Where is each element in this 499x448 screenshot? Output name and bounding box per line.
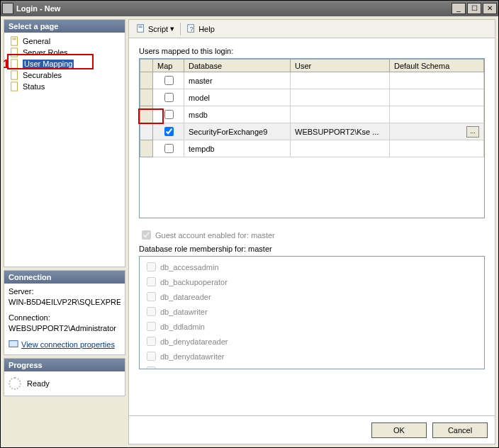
page-icon <box>10 82 20 91</box>
page-icon <box>10 36 20 46</box>
cell-user: WEBSUPPORT2\Kse ... <box>291 123 390 140</box>
table-row[interactable]: model <box>140 89 484 106</box>
roles-list[interactable]: db_accessadmin db_backupoperator db_data… <box>139 256 485 369</box>
role-checkbox <box>147 277 156 286</box>
roles-label: Database role membership for: master <box>139 245 485 253</box>
nav-label: General <box>23 37 50 45</box>
page-icon <box>10 47 20 57</box>
role-item[interactable]: db_ddladmin <box>144 319 480 334</box>
nav-label: Securables <box>23 71 62 79</box>
col-map[interactable]: Map <box>153 60 184 72</box>
col-user[interactable]: User <box>291 60 390 72</box>
role-item[interactable]: db_datawriter <box>144 304 480 319</box>
cell-schema <box>390 140 484 157</box>
svg-rect-9 <box>139 26 142 26</box>
role-item[interactable]: db_denydatareader <box>144 334 480 349</box>
map-checkbox[interactable] <box>164 93 174 102</box>
table-row[interactable]: master <box>140 72 484 89</box>
select-page-header: Select a page <box>4 20 125 33</box>
ok-button[interactable]: OK <box>371 422 427 438</box>
svg-rect-7 <box>9 340 18 347</box>
cancel-button[interactable]: Cancel <box>432 422 488 438</box>
nav-server-roles[interactable]: Server Roles <box>9 47 120 58</box>
cell-user <box>291 106 390 123</box>
cell-schema <box>390 106 484 123</box>
map-checkbox[interactable] <box>164 76 174 85</box>
table-row[interactable]: msdb <box>140 106 484 123</box>
nav-user-mapping[interactable]: User Mapping <box>9 58 120 69</box>
schema-browse-button[interactable]: ... <box>466 126 479 138</box>
close-button[interactable]: ✕ <box>483 3 497 14</box>
cell-schema: ... <box>390 123 484 140</box>
map-checkbox[interactable] <box>164 127 174 136</box>
connection-label: Connection: <box>9 313 120 323</box>
server-label: Server: <box>9 286 120 297</box>
guest-account-checkbox <box>142 230 151 240</box>
dropdown-arrow-icon: ▾ <box>170 24 174 33</box>
col-database[interactable]: Database <box>184 60 291 72</box>
nav-securables[interactable]: Securables <box>9 69 120 81</box>
nav-status[interactable]: Status <box>9 81 120 92</box>
titlebar: Login - New _ ☐ ✕ <box>1 1 498 16</box>
properties-icon <box>9 339 18 352</box>
user-mapping-grid[interactable]: Map Database User Default Schema master <box>139 58 485 218</box>
table-row[interactable]: tempdb <box>140 140 484 157</box>
nav-label: Status <box>23 82 45 91</box>
col-schema[interactable]: Default Schema <box>390 60 484 72</box>
role-name: db_datawriter <box>160 308 208 316</box>
map-checkbox[interactable] <box>164 144 174 153</box>
server-value: WIN-B5D4EILVP2R\SQLEXPRESS <box>9 297 120 308</box>
role-name: db_ddladmin <box>160 323 205 331</box>
role-checkbox <box>147 292 156 301</box>
svg-rect-5 <box>11 71 18 79</box>
role-checkbox <box>147 322 156 331</box>
table-row[interactable]: SecurityForExchange9 WEBSUPPORT2\Kse ...… <box>140 123 484 140</box>
role-name: db_denydatawriter <box>160 352 225 361</box>
cell-schema <box>390 89 484 106</box>
map-checkbox[interactable] <box>164 110 174 119</box>
cell-user <box>291 89 390 106</box>
dialog-footer: OK Cancel <box>129 415 495 444</box>
view-connection-properties-link[interactable]: View connection properties <box>9 339 115 352</box>
link-text: View connection properties <box>21 340 115 350</box>
toolbar-separator <box>180 23 181 35</box>
minimize-button[interactable]: _ <box>452 3 466 14</box>
svg-rect-1 <box>13 38 16 39</box>
cell-database: master <box>184 72 291 89</box>
script-button[interactable]: Script ▾ <box>133 22 177 36</box>
cell-schema <box>390 72 484 89</box>
svg-rect-6 <box>11 82 18 91</box>
role-checkbox <box>147 352 156 361</box>
connection-header: Connection <box>4 271 125 284</box>
role-item[interactable]: db_accessadmin <box>144 259 480 274</box>
toolbar: Script ▾ ? Help <box>129 20 495 38</box>
role-name: db_owner <box>160 367 194 370</box>
role-name: db_denydatareader <box>160 337 228 346</box>
page-icon <box>10 59 20 69</box>
role-item[interactable]: db_denydatawriter <box>144 349 480 364</box>
role-checkbox <box>147 307 156 316</box>
cell-database: tempdb <box>184 140 291 157</box>
svg-text:?: ? <box>190 24 194 32</box>
login-new-window: Login - New _ ☐ ✕ Select a page 1 Genera… <box>0 0 499 448</box>
nav-label: User Mapping <box>23 60 74 68</box>
maximize-button[interactable]: ☐ <box>467 3 481 14</box>
role-name: db_accessadmin <box>160 263 219 271</box>
nav-general[interactable]: General <box>9 35 120 47</box>
help-button[interactable]: ? Help <box>184 22 218 36</box>
guest-account-label: Guest account enabled for: master <box>155 231 275 240</box>
cell-database: SecurityForExchange9 <box>184 123 291 140</box>
role-checkbox <box>147 337 156 346</box>
progress-status: Ready <box>27 379 50 388</box>
role-checkbox <box>147 366 156 369</box>
role-name: db_datareader <box>160 293 211 301</box>
role-item[interactable]: db_datareader <box>144 289 480 304</box>
help-icon: ? <box>186 23 196 35</box>
role-checkbox <box>147 262 156 271</box>
left-panel: Select a page 1 General Server Roles Use <box>4 19 125 444</box>
svg-rect-2 <box>13 39 16 40</box>
guest-account-row: Guest account enabled for: master <box>139 228 485 242</box>
role-item[interactable]: db_backupoperator <box>144 274 480 289</box>
role-item[interactable]: db_owner <box>144 364 480 369</box>
app-icon <box>2 3 13 14</box>
